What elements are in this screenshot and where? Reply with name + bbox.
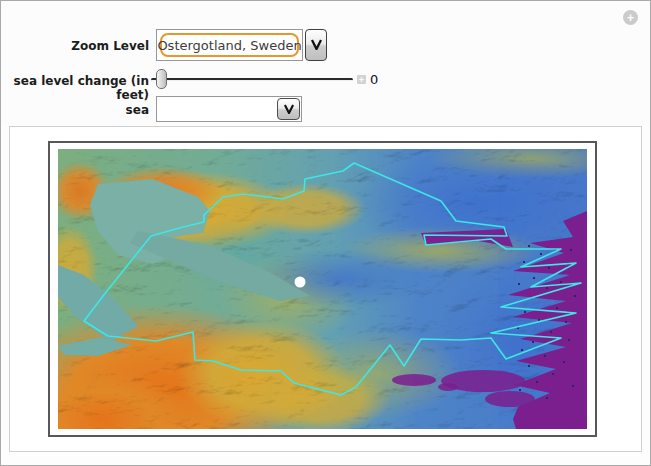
locator-dot[interactable] bbox=[295, 277, 306, 288]
sea-level-value: 0 bbox=[370, 72, 378, 87]
sea-level-change-label: sea level change (in feet) bbox=[1, 74, 149, 102]
sea-patch bbox=[392, 374, 436, 386]
sea-dropdown[interactable] bbox=[156, 96, 302, 122]
map-frame bbox=[48, 141, 597, 437]
zoom-level-dropdown[interactable]: Ostergotland, Sweden bbox=[156, 29, 303, 61]
output-panel bbox=[9, 126, 642, 452]
zoom-level-dropdown-button[interactable] bbox=[305, 29, 327, 61]
sea-level-slider-thumb[interactable] bbox=[156, 69, 167, 89]
control-panel: + Zoom Level Ostergotland, Sweden sea le… bbox=[1, 1, 650, 125]
show-more-controls-button[interactable]: + bbox=[623, 10, 638, 25]
sea-patch bbox=[485, 391, 535, 407]
zoom-level-selected-value[interactable]: Ostergotland, Sweden bbox=[160, 33, 299, 57]
chevron-down-icon bbox=[283, 102, 295, 117]
slider-expand-button[interactable]: + bbox=[357, 75, 366, 84]
sea-label: sea bbox=[1, 103, 149, 117]
chevron-down-icon bbox=[310, 38, 323, 53]
relief-map bbox=[58, 149, 587, 429]
zoom-level-label: Zoom Level bbox=[1, 39, 149, 53]
sea-patch bbox=[438, 383, 458, 391]
sea-dropdown-button[interactable] bbox=[277, 98, 300, 120]
sea-level-slider-track[interactable] bbox=[151, 78, 353, 81]
manipulate-window: + Zoom Level Ostergotland, Sweden sea le… bbox=[0, 0, 651, 466]
